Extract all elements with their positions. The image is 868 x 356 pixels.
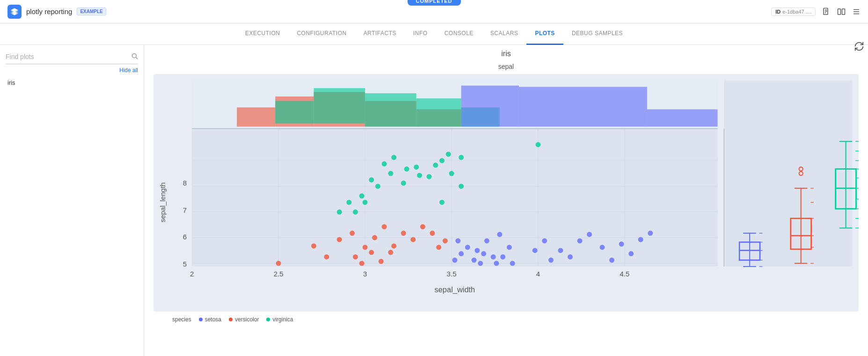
svg-point-109 bbox=[353, 209, 358, 215]
svg-point-54 bbox=[472, 258, 477, 263]
svg-rect-4 bbox=[838, 9, 841, 15]
svg-point-107 bbox=[337, 209, 342, 215]
svg-point-120 bbox=[459, 184, 464, 189]
svg-point-52 bbox=[465, 245, 470, 250]
search-box bbox=[6, 52, 138, 64]
svg-point-90 bbox=[430, 230, 435, 236]
svg-point-82 bbox=[350, 230, 355, 236]
svg-rect-22 bbox=[416, 98, 461, 126]
svg-point-104 bbox=[439, 158, 445, 163]
svg-point-88 bbox=[410, 237, 416, 242]
svg-point-77 bbox=[648, 230, 653, 236]
svg-point-112 bbox=[382, 161, 387, 166]
sidebar-item-iris[interactable]: iris bbox=[0, 76, 144, 89]
svg-point-93 bbox=[359, 261, 365, 266]
svg-point-73 bbox=[609, 258, 614, 263]
tab-plots[interactable]: PLOTS bbox=[526, 23, 563, 45]
svg-rect-14 bbox=[237, 107, 275, 126]
tab-artifacts[interactable]: ARTIFACTS bbox=[355, 23, 405, 45]
svg-point-89 bbox=[420, 224, 425, 230]
svg-point-70 bbox=[577, 238, 583, 244]
menu-icon[interactable] bbox=[852, 7, 861, 16]
svg-point-84 bbox=[372, 235, 377, 240]
svg-rect-21 bbox=[365, 93, 416, 126]
chart-svg: 5 6 7 8 2 2.5 3 3.5 4 4.5 sepal_length s… bbox=[153, 74, 859, 312]
svg-point-55 bbox=[484, 238, 489, 244]
chart-legend: species setosa versicolor virginica bbox=[153, 312, 859, 327]
svg-point-111 bbox=[369, 178, 374, 183]
tab-configuration[interactable]: CONFIGURATION bbox=[288, 23, 355, 45]
tab-debug-samples[interactable]: DEBUG SAMPLES bbox=[563, 23, 631, 45]
id-badge: ID e-1dba47 .... bbox=[771, 7, 816, 16]
svg-text:6: 6 bbox=[183, 233, 187, 241]
svg-text:3.5: 3.5 bbox=[447, 270, 457, 278]
document-icon[interactable] bbox=[822, 7, 831, 16]
svg-rect-24 bbox=[461, 86, 519, 127]
svg-text:3: 3 bbox=[363, 270, 367, 278]
svg-point-102 bbox=[414, 164, 419, 170]
svg-text:5: 5 bbox=[183, 260, 187, 268]
svg-text:4: 4 bbox=[536, 270, 540, 278]
plot-section: iris sepal bbox=[144, 50, 868, 327]
app-logo bbox=[7, 5, 22, 19]
svg-line-10 bbox=[136, 57, 137, 59]
search-icon bbox=[131, 52, 138, 61]
svg-rect-12 bbox=[724, 81, 852, 267]
setosa-dot bbox=[199, 318, 203, 321]
legend-item-versicolor: versicolor bbox=[229, 316, 259, 323]
svg-point-85 bbox=[382, 224, 387, 230]
svg-point-9 bbox=[132, 54, 137, 58]
top-bar-left: plotly reporting EXAMPLE bbox=[7, 5, 106, 19]
svg-point-115 bbox=[417, 173, 422, 178]
svg-point-50 bbox=[478, 261, 483, 266]
search-input[interactable] bbox=[6, 53, 131, 60]
versicolor-label: versicolor bbox=[235, 316, 259, 323]
content-area: iris sepal bbox=[144, 45, 868, 356]
completed-badge: COMPLETED bbox=[407, 0, 460, 6]
svg-point-110 bbox=[359, 193, 365, 199]
svg-point-86 bbox=[391, 244, 396, 249]
svg-point-92 bbox=[443, 238, 448, 244]
svg-point-68 bbox=[558, 248, 563, 253]
virginica-label: virginica bbox=[272, 316, 293, 323]
svg-point-108 bbox=[346, 200, 351, 205]
svg-point-65 bbox=[532, 248, 538, 253]
svg-point-53 bbox=[481, 251, 486, 256]
svg-point-62 bbox=[510, 261, 515, 266]
tab-console[interactable]: CONSOLE bbox=[436, 23, 482, 45]
tab-info[interactable]: INFO bbox=[405, 23, 436, 45]
svg-point-61 bbox=[452, 258, 457, 263]
tab-execution[interactable]: EXECUTION bbox=[237, 23, 289, 45]
hide-all-button[interactable]: Hide all bbox=[119, 67, 138, 74]
refresh-icon[interactable] bbox=[854, 41, 864, 53]
plot-subtitle: sepal bbox=[153, 63, 859, 70]
svg-point-57 bbox=[494, 261, 499, 266]
tab-scalars[interactable]: SCALARS bbox=[482, 23, 527, 45]
id-value: e-1dba47 .... bbox=[782, 9, 811, 15]
app-title: plotly reporting bbox=[26, 7, 72, 15]
svg-point-119 bbox=[439, 200, 445, 205]
svg-text:2: 2 bbox=[190, 270, 194, 278]
svg-rect-19 bbox=[275, 101, 314, 124]
svg-text:2.5: 2.5 bbox=[274, 270, 284, 278]
svg-point-116 bbox=[433, 163, 438, 168]
svg-point-96 bbox=[379, 259, 384, 264]
plot-title: iris bbox=[153, 50, 859, 58]
svg-point-59 bbox=[459, 251, 464, 256]
svg-point-66 bbox=[542, 238, 547, 244]
split-icon[interactable] bbox=[837, 7, 846, 16]
nav-tabs: EXECUTION CONFIGURATION ARTIFACTS INFO C… bbox=[0, 23, 868, 45]
svg-point-75 bbox=[628, 251, 634, 256]
svg-point-99 bbox=[375, 184, 380, 189]
hide-all-container: Hide all bbox=[0, 64, 144, 76]
svg-point-67 bbox=[548, 258, 554, 263]
svg-rect-5 bbox=[842, 9, 845, 15]
svg-point-80 bbox=[324, 254, 329, 260]
svg-point-87 bbox=[401, 230, 406, 236]
svg-point-51 bbox=[491, 254, 496, 260]
svg-point-113 bbox=[391, 155, 396, 160]
legend-item-setosa: setosa bbox=[199, 316, 221, 323]
sidebar: Hide all iris bbox=[0, 45, 144, 356]
svg-point-63 bbox=[455, 238, 460, 244]
svg-text:sepal_length: sepal_length bbox=[159, 182, 167, 222]
